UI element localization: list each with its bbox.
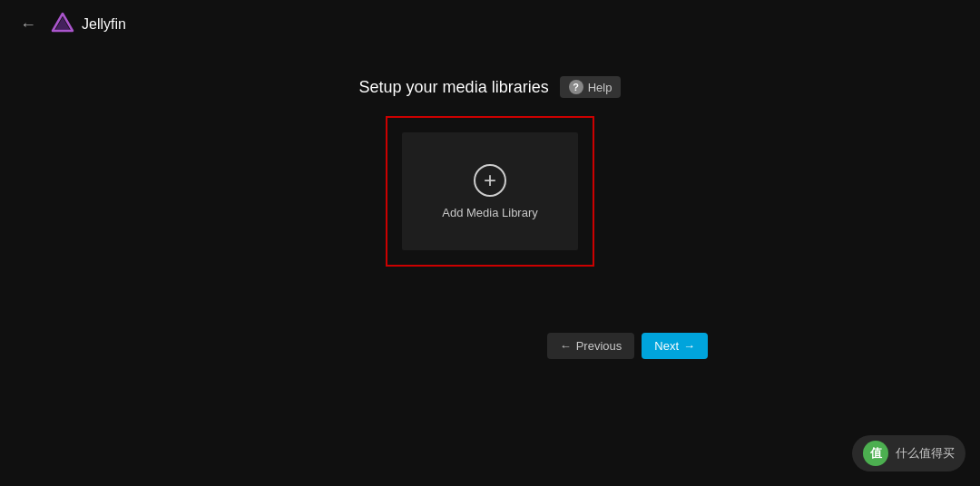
logo-text: Jellyfin xyxy=(82,16,126,33)
next-button[interactable]: Next → xyxy=(642,333,708,359)
help-button[interactable]: ? Help xyxy=(560,76,622,98)
plus-symbol: + xyxy=(484,170,496,191)
watermark: 值 什么值得买 xyxy=(852,435,965,471)
back-button[interactable]: ← xyxy=(15,12,42,38)
logo-area: Jellyfin xyxy=(51,11,126,38)
add-library-label: Add Media Library xyxy=(442,206,538,219)
add-circle-icon: + xyxy=(474,164,506,197)
next-arrow-icon: → xyxy=(683,339,695,353)
previous-button-label: Previous xyxy=(576,339,622,353)
back-arrow-icon: ← xyxy=(20,15,36,34)
previous-button[interactable]: ← Previous xyxy=(547,333,635,359)
help-button-label: Help xyxy=(588,81,612,94)
add-media-library-card[interactable]: + Add Media Library xyxy=(402,132,578,250)
title-row: Setup your media libraries ? Help xyxy=(359,76,622,98)
jellyfin-logo-icon xyxy=(51,11,74,38)
watermark-circle: 值 xyxy=(863,441,888,466)
navigation-buttons: ← Previous Next → xyxy=(547,333,708,359)
page-title: Setup your media libraries xyxy=(359,78,549,97)
header: ← Jellyfin xyxy=(0,0,980,49)
help-icon-text: ? xyxy=(573,82,579,92)
next-button-label: Next xyxy=(654,339,679,353)
help-circle-icon: ? xyxy=(569,80,583,94)
watermark-circle-text: 值 xyxy=(870,445,882,462)
watermark-text: 什么值得买 xyxy=(896,445,955,462)
library-grid: + Add Media Library xyxy=(386,116,594,267)
main-content: Setup your media libraries ? Help + Add … xyxy=(0,76,980,267)
previous-arrow-icon: ← xyxy=(560,339,572,353)
